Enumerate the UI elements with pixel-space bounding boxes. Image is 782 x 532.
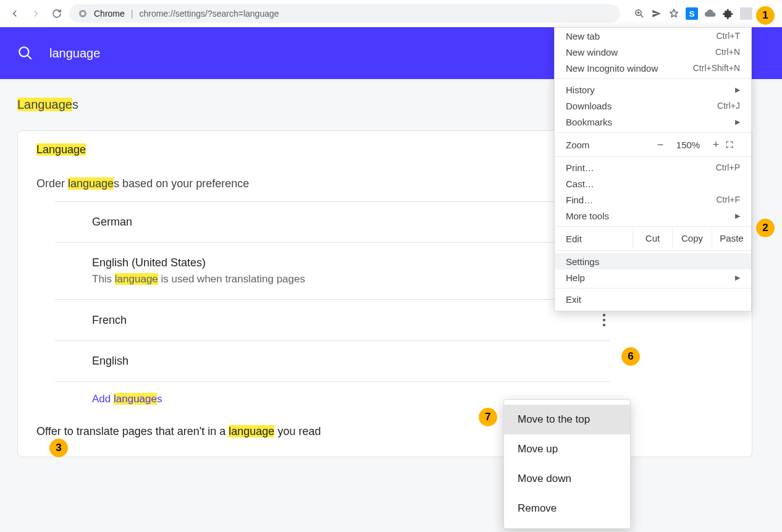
lang-sublabel: This language is used when translating p… [92, 273, 305, 285]
browser-toolbar: Chrome | chrome://settings/?search=langu… [0, 0, 782, 27]
lang-row-french[interactable]: French [55, 300, 610, 341]
ctx-remove[interactable]: Remove [504, 494, 630, 523]
menu-new-incognito[interactable]: New Incognito windowCtrl+Shift+N [555, 60, 751, 76]
omnibox-path: chrome://settings/?search=language [139, 9, 279, 19]
chrome-icon [78, 9, 88, 19]
lang-row-german[interactable]: German [55, 201, 610, 243]
language-context-menu: Move to the top Move up Move down Remove [503, 399, 631, 529]
menu-find[interactable]: Find…Ctrl+F [555, 192, 751, 208]
step-badge-6: 6 [621, 347, 640, 366]
svg-point-11 [603, 319, 605, 321]
menu-new-tab[interactable]: New tabCtrl+T [555, 28, 751, 44]
add-languages-link[interactable]: Add languages [92, 393, 752, 405]
omnibox-host: Chrome [94, 9, 125, 19]
step-badge-7: 7 [479, 408, 497, 426]
menu-copy[interactable]: Copy [672, 229, 712, 248]
zoom-indicator-icon[interactable] [634, 8, 645, 19]
step-badge-1: 1 [756, 6, 775, 25]
reload-button[interactable] [48, 5, 65, 22]
step-badge-2: 2 [756, 219, 775, 237]
svg-point-10 [603, 314, 605, 316]
menu-print[interactable]: Print…Ctrl+P [555, 159, 751, 175]
ctx-move-top[interactable]: Move to the top [504, 405, 630, 434]
chrome-menu: New tabCtrl+T New windowCtrl+N New Incog… [554, 27, 752, 311]
lang-label: French [92, 314, 127, 327]
menu-help[interactable]: Help▶ [555, 269, 751, 285]
menu-paste[interactable]: Paste [712, 229, 751, 248]
menu-exit[interactable]: Exit [555, 291, 751, 307]
ctx-move-down[interactable]: Move down [504, 464, 630, 494]
offer-translate-row[interactable]: Offer to translate pages that aren't in … [18, 416, 752, 438]
send-icon[interactable] [651, 8, 662, 19]
lang-label: English [92, 355, 128, 368]
zoom-in-button[interactable]: + [707, 138, 725, 151]
omnibox[interactable]: Chrome | chrome://settings/?search=langu… [69, 4, 620, 23]
lang-label: English (United States) [92, 256, 305, 269]
menu-edit-row: Edit Cut Copy Paste [555, 229, 751, 248]
toolbar-actions: S [634, 5, 776, 22]
step-badge-3: 3 [49, 439, 68, 457]
forward-button[interactable] [27, 5, 44, 22]
lang-row-english-us[interactable]: English (United States) This language is… [55, 243, 610, 300]
fullscreen-button[interactable] [725, 140, 742, 149]
menu-more-tools[interactable]: More tools▶ [555, 208, 751, 224]
lang-row-english[interactable]: English [55, 341, 610, 382]
extensions-icon[interactable] [723, 8, 734, 19]
svg-point-1 [81, 12, 84, 15]
menu-cast[interactable]: Cast… [555, 175, 751, 192]
menu-cut[interactable]: Cut [633, 229, 672, 248]
menu-downloads[interactable]: DownloadsCtrl+J [555, 98, 751, 114]
zoom-value: 150% [670, 140, 707, 150]
svg-point-12 [603, 324, 605, 326]
lang-label: German [92, 216, 132, 229]
svg-point-6 [19, 47, 28, 56]
search-icon [17, 45, 33, 61]
menu-settings[interactable]: Settings [555, 253, 751, 269]
star-icon[interactable] [668, 8, 679, 19]
menu-new-window[interactable]: New windowCtrl+N [555, 44, 751, 60]
menu-zoom: Zoom − 150% + [555, 135, 751, 154]
more-vert-icon[interactable] [599, 313, 610, 327]
zoom-out-button[interactable]: − [651, 138, 670, 151]
extension-skype-icon[interactable]: S [686, 7, 698, 20]
menu-bookmarks[interactable]: Bookmarks▶ [555, 114, 751, 130]
ctx-move-up[interactable]: Move up [504, 434, 630, 464]
search-query[interactable]: language [49, 46, 100, 61]
omnibox-sep: | [131, 9, 133, 19]
menu-history[interactable]: History▶ [555, 82, 751, 98]
back-button[interactable] [6, 5, 23, 22]
profile-avatar[interactable] [740, 7, 752, 20]
extension-cloud-icon[interactable] [704, 7, 717, 20]
